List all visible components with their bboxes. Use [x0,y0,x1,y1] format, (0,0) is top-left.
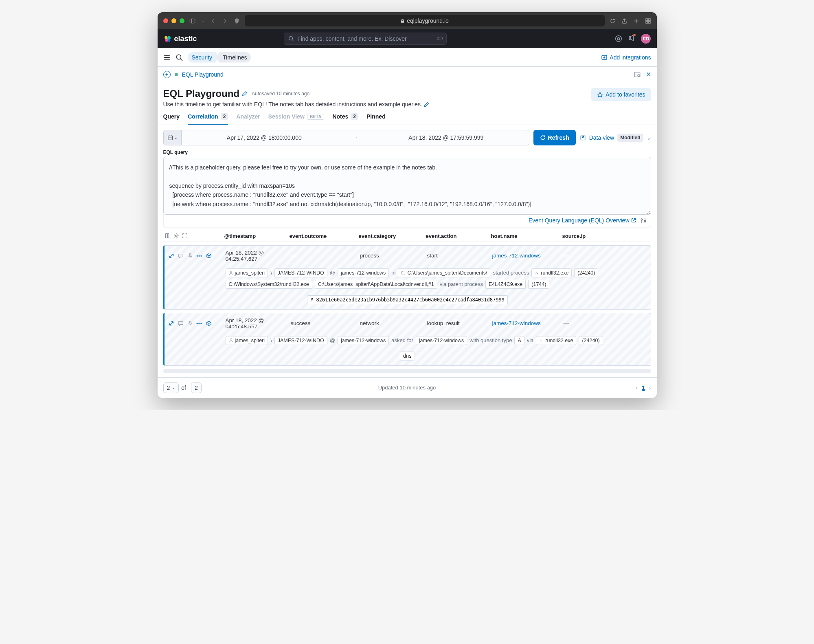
url-bar[interactable]: eqlplayground.io [245,15,605,26]
chevron-down-icon[interactable]: ⌄ [201,19,204,23]
close-icon[interactable]: ✕ [646,70,651,78]
box-icon[interactable] [206,321,212,326]
tabs-icon[interactable] [645,18,651,24]
pin-icon[interactable] [187,253,193,259]
refresh-button[interactable]: Refresh [533,130,576,145]
global-search[interactable]: Find apps, content, and more. Ex: Discov… [284,33,447,45]
fullscreen-icon[interactable] [182,233,188,239]
forward-icon[interactable] [222,18,228,24]
data-view-label[interactable]: Data view [589,134,614,141]
elastic-logo[interactable]: elastic [163,35,197,43]
more-icon[interactable]: ••• [197,253,202,259]
hash-chip[interactable]: # 82611e60a2c5de23a1b976bb3b9a32c4427cb6… [307,295,508,304]
ppid-chip[interactable]: (1744) [528,280,549,289]
tab-pinned[interactable]: Pinned [366,113,386,125]
pin-icon[interactable] [187,321,193,326]
query-icon[interactable] [634,71,641,78]
user-chip[interactable]: james_spiteri [226,268,268,277]
svg-point-8 [165,39,168,42]
col-sourceip[interactable]: source.ip [562,233,603,239]
more-icon[interactable]: ••• [197,321,202,326]
minimize-window[interactable] [171,18,176,23]
path-chip[interactable]: C:\Windows\System32\rundll32.exe [226,280,312,289]
col-category[interactable]: event.category [359,233,426,239]
col-timestamp[interactable]: @timestamp [224,233,290,239]
date-to[interactable]: Apr 18, 2022 @ 17:59:59.999 [363,134,529,141]
nav-toggle-icon[interactable] [163,54,171,61]
breadcrumb-timelines[interactable]: Timelines [216,52,251,63]
path-chip[interactable]: C:\Users\james_spiteri\AppData\Local\cdn… [315,280,437,289]
cell-host[interactable]: james-712-windows [492,320,564,326]
prev-page-icon[interactable]: ‹ [636,385,638,391]
settings-icon[interactable] [640,217,647,224]
tab-session-view[interactable]: Session View BETA [268,113,325,125]
process-chip[interactable]: rundll32.exe [531,268,572,277]
gear-icon[interactable] [173,233,179,239]
comment-icon[interactable] [178,321,184,326]
user-avatar[interactable]: ED [641,34,651,44]
folder-chip[interactable]: C:\Users\james_spiteri\Documents\ [398,268,490,277]
cell-action: start [427,253,492,259]
box-icon[interactable] [206,253,212,259]
user-chip[interactable]: james_spiteri [226,336,268,345]
sidebar-toggle-icon[interactable] [189,18,195,24]
host-full-chip[interactable]: james-712-windows [338,268,389,277]
page-size-select[interactable]: 2 ⌄ [163,382,179,393]
expand-icon[interactable] [169,321,174,326]
add-favorite-button[interactable]: Add to favorites [591,88,651,101]
col-action[interactable]: event.action [426,233,491,239]
popout-icon[interactable] [580,135,586,141]
app-header: elastic Find apps, content, and more. Ex… [158,29,657,48]
qtype-chip[interactable]: A [514,336,524,345]
edit-description-icon[interactable] [424,102,429,107]
host-short-chip[interactable]: JAMES-712-WINDO [274,336,327,345]
horizontal-scrollbar[interactable] [163,369,651,373]
expand-icon[interactable] [169,253,174,259]
date-picker[interactable]: ⌄ Apr 17, 2022 @ 18:00:00.000 → Apr 18, … [163,130,529,145]
date-from[interactable]: Apr 17, 2022 @ 18:00:00.000 [182,134,347,141]
parent-chip[interactable]: E4L4Z4C9.exe [485,280,526,289]
eql-overview-link[interactable]: Event Query Language (EQL) Overview [529,217,636,224]
col-host[interactable]: host.name [491,233,562,239]
help-icon[interactable] [615,35,622,42]
svg-point-10 [289,37,293,40]
notes-count-badge: 2 [351,113,358,120]
reload-icon[interactable] [610,18,616,24]
pid-chip[interactable]: (24240) [574,268,598,277]
current-page[interactable]: 1 [642,385,645,391]
cell-host[interactable]: james-712-windows [492,253,564,259]
breadcrumb-security[interactable]: Security [188,52,219,63]
comment-icon[interactable] [178,253,184,259]
date-quick-select[interactable]: ⌄ [164,130,182,145]
close-window[interactable] [163,18,168,23]
new-timeline-button[interactable]: + [163,71,171,78]
tab-analyzer[interactable]: Analyzer [236,113,260,125]
cell-action: lookup_result [427,320,492,326]
search-icon[interactable] [176,54,183,61]
tab-notes[interactable]: Notes 2 [332,113,358,125]
columns-icon[interactable] [165,233,171,239]
host-full-chip[interactable]: james-712-windows [338,336,389,345]
add-integrations-button[interactable]: Add integrations [601,54,651,61]
dns-chip[interactable]: dns [400,352,415,360]
chevron-down-icon[interactable]: ⌄ [647,135,651,141]
process-chip[interactable]: rundll32.exe [536,336,576,345]
tab-correlation[interactable]: Correlation 2 [188,113,228,125]
pid-chip[interactable]: (24240) [579,336,603,345]
question-host-chip[interactable]: james-712-windows [416,336,467,345]
share-icon[interactable] [621,18,628,24]
next-page-icon[interactable]: › [649,385,651,391]
edit-title-icon[interactable] [242,91,248,97]
col-outcome[interactable]: event.outcome [290,233,359,239]
newsfeed-icon[interactable] [628,34,635,43]
data-view-selector[interactable]: Data view Modified ⌄ [580,130,651,145]
arrow-right-icon: → [347,134,363,141]
back-icon[interactable] [210,18,216,24]
eql-input[interactable]: //This is a placeholder query, please fe… [163,157,651,215]
shield-icon[interactable] [234,18,240,24]
tab-query[interactable]: Query [163,113,180,125]
maximize-window[interactable] [180,18,184,23]
host-short-chip[interactable]: JAMES-712-WINDO [274,268,327,277]
timeline-name[interactable]: EQL Playground [182,71,224,78]
plus-icon[interactable] [633,18,639,24]
